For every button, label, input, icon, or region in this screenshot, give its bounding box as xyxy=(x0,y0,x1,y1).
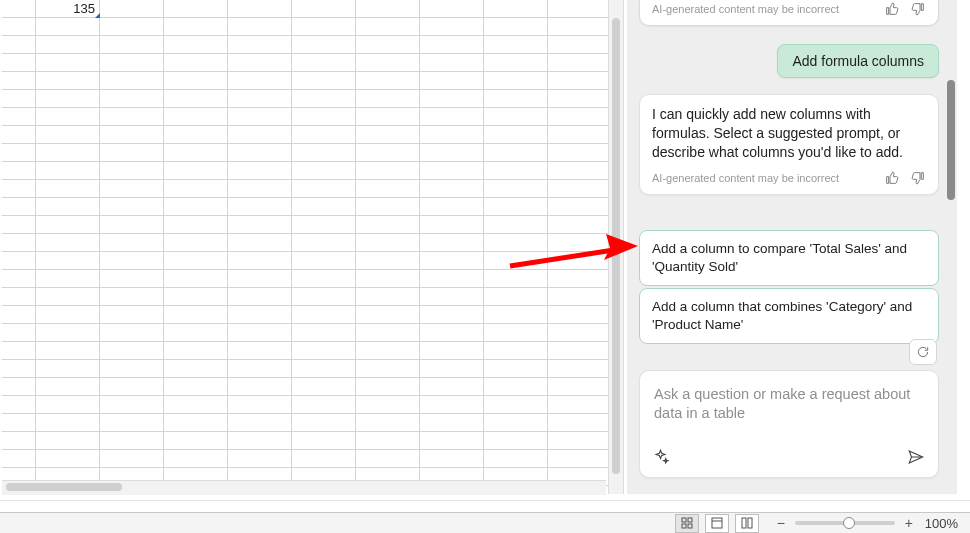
grid-cell[interactable] xyxy=(484,324,548,342)
table-row[interactable] xyxy=(2,108,600,126)
grid-cell[interactable] xyxy=(484,72,548,90)
table-row[interactable] xyxy=(2,54,600,72)
table-row[interactable] xyxy=(2,396,600,414)
grid-cell[interactable] xyxy=(420,396,484,414)
grid-cell[interactable] xyxy=(292,180,356,198)
grid-cell[interactable] xyxy=(100,18,164,36)
grid-cell[interactable] xyxy=(36,360,100,378)
table-row[interactable] xyxy=(2,432,600,450)
grid-cell[interactable] xyxy=(36,414,100,432)
grid-cell[interactable] xyxy=(548,324,612,342)
grid-cell[interactable] xyxy=(2,252,36,270)
grid-cell[interactable] xyxy=(356,72,420,90)
grid-cell[interactable] xyxy=(420,180,484,198)
grid-cell[interactable] xyxy=(164,216,228,234)
grid-cell[interactable] xyxy=(484,144,548,162)
grid-cell[interactable] xyxy=(164,252,228,270)
grid-cell[interactable] xyxy=(228,378,292,396)
grid-cell[interactable] xyxy=(548,414,612,432)
grid-cell[interactable] xyxy=(100,414,164,432)
grid-cell[interactable] xyxy=(548,450,612,468)
grid-cell[interactable] xyxy=(420,144,484,162)
grid-cell[interactable] xyxy=(2,126,36,144)
grid-cell[interactable] xyxy=(356,108,420,126)
grid-cell[interactable] xyxy=(164,396,228,414)
grid-cell[interactable] xyxy=(100,270,164,288)
thumbs-up-icon[interactable] xyxy=(884,170,900,186)
view-page-layout-button[interactable] xyxy=(705,514,729,533)
grid-cell[interactable] xyxy=(292,162,356,180)
grid-cell[interactable] xyxy=(548,432,612,450)
grid-cell[interactable] xyxy=(356,126,420,144)
grid-cell[interactable] xyxy=(356,360,420,378)
grid-cell[interactable] xyxy=(356,414,420,432)
grid-cell[interactable] xyxy=(292,36,356,54)
grid-cell[interactable] xyxy=(164,324,228,342)
grid-cell[interactable] xyxy=(548,306,612,324)
grid-cell[interactable] xyxy=(292,270,356,288)
suggestion-chip-1[interactable]: Add a column to compare 'Total Sales' an… xyxy=(639,230,939,286)
grid-cell[interactable] xyxy=(100,144,164,162)
grid-cell[interactable] xyxy=(548,90,612,108)
grid-cell[interactable] xyxy=(36,144,100,162)
grid-cell[interactable] xyxy=(484,378,548,396)
table-row[interactable] xyxy=(2,144,600,162)
table-row[interactable] xyxy=(2,252,600,270)
grid-cell[interactable] xyxy=(36,126,100,144)
grid-cell[interactable] xyxy=(484,252,548,270)
grid-cell[interactable] xyxy=(2,90,36,108)
grid-cell[interactable] xyxy=(2,36,36,54)
grid-cell[interactable] xyxy=(484,126,548,144)
grid-cell[interactable] xyxy=(100,0,164,18)
grid-cell[interactable] xyxy=(420,126,484,144)
grid-cell[interactable] xyxy=(356,36,420,54)
grid-cell[interactable] xyxy=(100,198,164,216)
grid-cell[interactable] xyxy=(100,306,164,324)
grid-cell[interactable] xyxy=(228,342,292,360)
grid-cell[interactable] xyxy=(356,0,420,18)
grid-cell[interactable] xyxy=(292,126,356,144)
grid-cell[interactable] xyxy=(548,18,612,36)
table-row[interactable] xyxy=(2,234,600,252)
grid-cell[interactable] xyxy=(420,36,484,54)
table-row[interactable] xyxy=(2,270,600,288)
grid-cell[interactable] xyxy=(420,450,484,468)
grid-cell[interactable] xyxy=(100,72,164,90)
grid-cell[interactable] xyxy=(228,216,292,234)
grid-cell[interactable] xyxy=(100,54,164,72)
zoom-in-button[interactable]: + xyxy=(901,515,917,531)
grid-cell[interactable] xyxy=(484,162,548,180)
grid-cell[interactable] xyxy=(228,126,292,144)
grid-cell[interactable] xyxy=(292,378,356,396)
grid-cell[interactable] xyxy=(2,342,36,360)
grid-cell[interactable] xyxy=(36,432,100,450)
grid-cell[interactable] xyxy=(228,162,292,180)
table-row[interactable] xyxy=(2,216,600,234)
grid-cell[interactable] xyxy=(100,432,164,450)
grid-cell[interactable] xyxy=(100,36,164,54)
grid-cell[interactable] xyxy=(164,450,228,468)
grid-cell[interactable] xyxy=(356,198,420,216)
table-row[interactable] xyxy=(2,126,600,144)
grid-cell[interactable] xyxy=(292,414,356,432)
grid-cell[interactable] xyxy=(292,54,356,72)
grid-cell[interactable] xyxy=(164,72,228,90)
grid-cell[interactable] xyxy=(356,270,420,288)
table-row[interactable] xyxy=(2,360,600,378)
grid-cell[interactable] xyxy=(36,270,100,288)
grid-cell[interactable] xyxy=(356,342,420,360)
table-row[interactable] xyxy=(2,162,600,180)
zoom-level-label[interactable]: 100% xyxy=(925,516,958,531)
grid-cell[interactable] xyxy=(548,108,612,126)
grid-cell[interactable] xyxy=(36,162,100,180)
grid-cell[interactable] xyxy=(292,18,356,36)
grid-cell[interactable] xyxy=(2,108,36,126)
grid-cell[interactable] xyxy=(164,288,228,306)
table-row[interactable] xyxy=(2,36,600,54)
grid-cell[interactable] xyxy=(292,360,356,378)
grid-cell[interactable] xyxy=(484,90,548,108)
grid-cell[interactable] xyxy=(2,288,36,306)
grid-cell[interactable] xyxy=(548,342,612,360)
grid-cell[interactable] xyxy=(100,324,164,342)
grid-cell[interactable] xyxy=(420,216,484,234)
